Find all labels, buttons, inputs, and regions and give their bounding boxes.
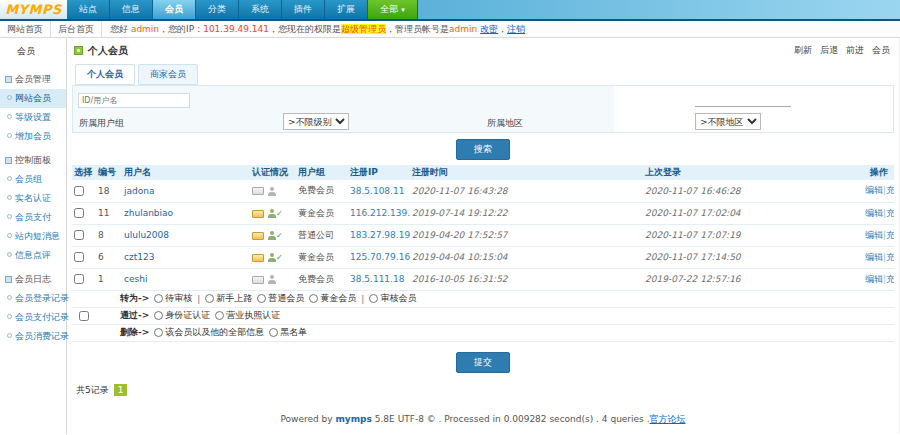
sidebar-item-member-pay[interactable]: 会员支付 <box>0 208 66 227</box>
row-checkbox[interactable] <box>74 274 84 284</box>
username-link[interactable]: ululu2008 <box>124 230 169 240</box>
radio[interactable] <box>215 311 224 320</box>
nav-tab-member[interactable]: 会员 <box>153 0 196 19</box>
sidebar-item-info-review[interactable]: 信息点评 <box>0 246 66 265</box>
user-group-select[interactable]: >不限级别 <box>283 113 349 130</box>
nav-tab-site[interactable]: 站点 <box>67 0 110 19</box>
sidebar-item-site-members[interactable]: 网站会员 <box>0 89 66 108</box>
member-link[interactable]: 会员 <box>872 44 890 57</box>
radio[interactable] <box>154 311 163 320</box>
reg-ip-link[interactable]: 38.5.108.11 <box>350 186 404 196</box>
reg-ip-link[interactable]: 125.70.79.165 <box>350 252 410 262</box>
change-password-link[interactable]: 改密 <box>480 24 498 34</box>
radio[interactable] <box>309 294 318 303</box>
sidebar-item-add-member[interactable]: 增加会员 <box>0 127 66 146</box>
page-title-icon <box>74 46 83 55</box>
back-link[interactable]: 后退 <box>820 44 838 57</box>
radio[interactable] <box>154 328 163 337</box>
top-nav: 站点 信息 会员 分类 系统 插件 扩展 全部 ▾ <box>67 0 418 19</box>
edit-link[interactable]: 编辑 <box>865 185 883 195</box>
recharge-link[interactable]: 充值 <box>886 252 894 262</box>
tab-business-members[interactable]: 商家会员 <box>138 64 198 85</box>
page-title: 个人会员 <box>88 44 128 58</box>
edit-link[interactable]: 编辑 <box>865 274 883 284</box>
table-row: 8 ululu2008 ✓ 普通公司 183.27.98.194 2019-04… <box>72 224 894 246</box>
row-checkbox[interactable] <box>74 208 84 218</box>
edit-link[interactable]: 编辑 <box>865 252 883 262</box>
recharge-link[interactable]: 充值 <box>886 208 894 218</box>
select-all-checkbox[interactable] <box>79 311 89 321</box>
nav-tab-all[interactable]: 全部 ▾ <box>368 0 418 19</box>
reg-ip-link[interactable]: 38.5.111.18 <box>350 274 404 284</box>
edit-link[interactable]: 编辑 <box>865 230 883 240</box>
radio[interactable] <box>269 328 278 337</box>
sidebar-item-site-message[interactable]: 站内短消息 <box>0 227 66 246</box>
footer-brand-link[interactable]: mymps <box>335 414 371 424</box>
delete-option-all-info[interactable]: 该会员以及他的全部信息 <box>154 326 264 339</box>
nav-tab-category[interactable]: 分类 <box>196 0 239 19</box>
extra-input[interactable] <box>695 94 791 107</box>
recharge-link[interactable]: 充值 <box>886 185 894 195</box>
convert-option-normal[interactable]: 普通会员 <box>257 292 304 305</box>
sidebar-item-realname-auth[interactable]: 实名认证 <box>0 189 66 208</box>
search-panel: 所属用户组 >不限级别 所属地区 >不限地区 <box>72 85 894 133</box>
reg-time: 2019-07-14 19:12:22 <box>412 208 508 218</box>
reg-time: 2016-10-05 16:31:52 <box>412 274 508 284</box>
last-login-time: 2020-11-07 17:14:50 <box>645 252 741 262</box>
site-home-link[interactable]: 网站首页 <box>0 21 51 37</box>
sidebar-item-member-group[interactable]: 会员组 <box>0 170 66 189</box>
logout-link[interactable]: 注销 <box>507 24 525 34</box>
radio[interactable] <box>154 294 163 303</box>
chevron-down-icon: ▾ <box>401 6 405 14</box>
sidebar-item-consume-log[interactable]: 会员消费记录 <box>0 327 66 346</box>
convert-option-newbie[interactable]: 新手上路 <box>205 292 252 305</box>
nav-tab-plugin[interactable]: 插件 <box>282 0 325 19</box>
recharge-link[interactable]: 充值 <box>886 230 894 240</box>
sidebar-item-login-log[interactable]: 会员登录记录 <box>0 289 66 308</box>
submit-button[interactable]: 提交 <box>456 352 510 373</box>
refresh-link[interactable]: 刷新 <box>794 44 812 57</box>
top-bar-filler <box>418 0 900 19</box>
member-id: 8 <box>96 224 122 246</box>
edit-link[interactable]: 编辑 <box>865 208 883 218</box>
row-checkbox[interactable] <box>74 252 84 262</box>
username-link[interactable]: ceshi <box>124 274 147 284</box>
tab-personal-members[interactable]: 个人会员 <box>75 64 135 85</box>
delete-option-blacklist[interactable]: 黑名单 <box>269 326 307 339</box>
user-group-label: 所属用户组 <box>79 117 124 130</box>
convert-option-pending[interactable]: 待审核 <box>154 292 192 305</box>
nav-tab-system[interactable]: 系统 <box>239 0 282 19</box>
keyword-input[interactable] <box>78 93 190 108</box>
brand-logo: MYMPS <box>0 0 67 19</box>
recharge-link[interactable]: 充值 <box>886 274 894 284</box>
reg-ip-link[interactable]: 183.27.98.194 <box>350 230 410 240</box>
approve-option-license[interactable]: 营业执照认证 <box>215 309 280 322</box>
row-checkbox[interactable] <box>74 186 84 196</box>
radio[interactable] <box>369 294 378 303</box>
nav-tab-info[interactable]: 信息 <box>110 0 153 19</box>
username-link[interactable]: zhulanbiao <box>124 208 173 218</box>
sidebar-item-pay-log[interactable]: 会员支付记录 <box>0 308 66 327</box>
sidebar-item-level-settings[interactable]: 等级设置 <box>0 108 66 127</box>
region-select[interactable]: >不限地区 <box>695 113 761 130</box>
username-link[interactable]: czt123 <box>124 252 154 262</box>
member-id: 6 <box>96 246 122 268</box>
radio[interactable] <box>205 294 214 303</box>
forum-link[interactable]: 官方论坛 <box>650 414 686 424</box>
approve-option-idcard[interactable]: 身份证认证 <box>154 309 210 322</box>
row-checkbox[interactable] <box>74 230 84 240</box>
convert-option-review[interactable]: 审核会员 <box>369 292 416 305</box>
admin-home-link[interactable]: 后台首页 <box>51 21 102 37</box>
username-link[interactable]: jadona <box>124 186 154 196</box>
header-reg-ip: 注册IP <box>348 165 410 180</box>
forward-link[interactable]: 前进 <box>846 44 864 57</box>
reg-ip-link[interactable]: 116.212.139.74 <box>350 208 410 218</box>
header-cert: 认证情况 <box>250 165 296 180</box>
convert-option-gold[interactable]: 黄金会员 <box>309 292 356 305</box>
last-login-time: 2019-07-22 12:57:16 <box>645 274 741 284</box>
member-group: 普通公司 <box>296 224 348 246</box>
nav-tab-extend[interactable]: 扩展 <box>325 0 368 19</box>
page-number[interactable]: 1 <box>114 384 128 396</box>
search-button[interactable]: 搜索 <box>456 139 510 160</box>
radio[interactable] <box>257 294 266 303</box>
